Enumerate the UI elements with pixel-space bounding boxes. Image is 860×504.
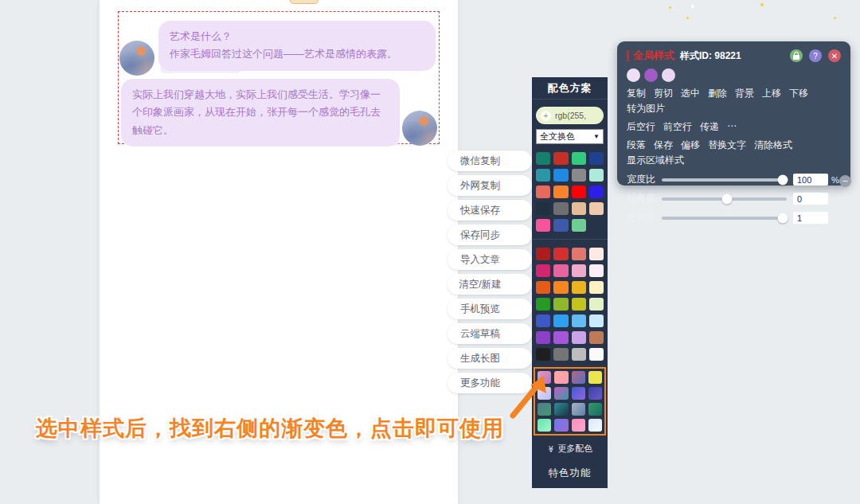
color-swatch[interactable] xyxy=(589,315,604,327)
color-swatch[interactable] xyxy=(536,169,550,182)
toolbar-action-button[interactable]: ⋯ xyxy=(727,120,737,134)
color-swatch[interactable] xyxy=(536,202,550,215)
color-swatch[interactable] xyxy=(553,186,568,198)
color-swatch[interactable] xyxy=(536,281,550,294)
close-icon[interactable]: ✕ xyxy=(828,49,841,62)
toolbar-action-button[interactable]: 转为图片 xyxy=(627,102,665,115)
color-swatch[interactable] xyxy=(536,264,550,277)
color-swatch[interactable] xyxy=(588,371,602,384)
toolbar-action-button[interactable]: 删除 xyxy=(708,87,727,100)
color-swatch[interactable] xyxy=(589,348,604,361)
gradient-swatch[interactable] xyxy=(572,403,585,416)
color-swatch[interactable] xyxy=(553,219,568,232)
gradient-swatch[interactable] xyxy=(572,371,585,384)
add-color-icon[interactable]: + xyxy=(541,111,551,121)
color-swatch[interactable] xyxy=(589,248,604,260)
color-swatch[interactable] xyxy=(572,169,586,182)
color-swatch[interactable] xyxy=(589,298,604,311)
color-swatch[interactable] xyxy=(589,202,604,215)
slider-thumb[interactable] xyxy=(721,193,732,204)
toolbar-action-button[interactable]: 偏移 xyxy=(681,139,700,152)
side-menu-button[interactable]: 外网复制 xyxy=(448,175,532,196)
side-menu-button[interactable]: 导入文章 xyxy=(448,249,532,270)
color-swatch[interactable] xyxy=(553,281,568,294)
help-icon[interactable]: ? xyxy=(809,49,822,62)
color-swatch[interactable] xyxy=(553,315,568,327)
gradient-swatch[interactable] xyxy=(538,419,551,432)
more-colors-button[interactable]: ≫ 更多配色 xyxy=(532,443,608,455)
toolbar-action-button[interactable]: 剪切 xyxy=(654,87,673,100)
color-swatch[interactable] xyxy=(536,186,550,198)
color-swatch[interactable] xyxy=(572,315,586,327)
chat-bubble-question[interactable]: 艺术是什么？ 作家毛姆回答过这个问题——艺术是感情的表露。 xyxy=(158,21,436,71)
color-swatch[interactable] xyxy=(536,219,550,232)
color-swatch[interactable] xyxy=(536,348,550,361)
gradient-swatch[interactable] xyxy=(554,387,568,400)
side-menu-button[interactable]: 云端草稿 xyxy=(448,323,532,344)
gradient-swatch[interactable] xyxy=(572,419,585,432)
color-swatch[interactable] xyxy=(553,248,568,260)
width-ratio-slider[interactable] xyxy=(662,178,787,182)
color-swatch[interactable] xyxy=(553,298,568,311)
toolbar-action-button[interactable]: 传递 xyxy=(700,120,719,134)
color-swatch[interactable] xyxy=(572,186,586,198)
color-swatch[interactable] xyxy=(589,186,604,198)
color-swatch[interactable] xyxy=(572,219,586,232)
color-swatch[interactable] xyxy=(536,248,550,260)
color-swatch[interactable] xyxy=(553,331,568,344)
toolbar-action-button[interactable]: 保存 xyxy=(654,139,673,152)
color-swatch[interactable] xyxy=(572,202,586,215)
gradient-swatch[interactable] xyxy=(588,403,602,416)
color-swatch[interactable] xyxy=(572,248,586,260)
color-swatch[interactable] xyxy=(589,331,604,344)
color-swatch[interactable] xyxy=(589,169,604,182)
width-ratio-input[interactable] xyxy=(793,174,828,186)
color-swatch[interactable] xyxy=(572,264,586,277)
gradient-swatch[interactable] xyxy=(554,419,568,432)
side-menu-button[interactable]: 微信复制 xyxy=(448,150,532,171)
side-menu-button[interactable]: 生成长图 xyxy=(448,348,532,369)
color-swatch[interactable] xyxy=(553,348,568,361)
side-menu-button[interactable]: 保存同步 xyxy=(448,225,532,245)
selected-style-block[interactable]: 艺术是什么？ 作家毛姆回答过这个问题——艺术是感情的表露。 实际上我们穿越大地，… xyxy=(118,11,440,144)
color-swatch[interactable] xyxy=(553,202,568,215)
color-swatch[interactable] xyxy=(553,264,568,277)
color-swatch[interactable] xyxy=(572,298,586,311)
gradient-swatch[interactable] xyxy=(588,419,602,432)
opacity-slider[interactable] xyxy=(662,217,787,220)
slider-thumb[interactable] xyxy=(778,174,788,185)
color-swatch[interactable] xyxy=(536,298,550,311)
color-swatch[interactable] xyxy=(572,152,586,165)
gradient-swatch[interactable] xyxy=(554,371,568,384)
lock-icon[interactable] xyxy=(790,49,803,62)
color-swatch[interactable] xyxy=(536,315,550,327)
gradient-swatch[interactable] xyxy=(572,387,585,400)
opacity-input[interactable] xyxy=(793,212,828,224)
toolbar-action-button[interactable]: 显示区域样式 xyxy=(627,154,684,167)
color-swatch[interactable] xyxy=(536,331,550,344)
side-menu-button[interactable]: 清空/新建 xyxy=(448,274,532,295)
style-color-dot[interactable] xyxy=(644,68,658,82)
chat-bubble-answer[interactable]: 实际上我们穿越大地，实际上我们感受生活。学习像一个印象派画家，从现在开始，张开每… xyxy=(121,79,400,147)
rotation-slider[interactable] xyxy=(662,197,787,201)
toolbar-action-button[interactable]: 下移 xyxy=(789,87,808,100)
recolor-mode-select[interactable]: 全文换色 ▼ xyxy=(536,129,604,144)
style-color-dot[interactable] xyxy=(627,68,640,82)
side-menu-button[interactable]: 手机预览 xyxy=(448,299,532,319)
minimize-icon[interactable]: – xyxy=(839,175,851,187)
gradient-swatch[interactable] xyxy=(554,403,568,416)
toolbar-action-button[interactable]: 清除格式 xyxy=(754,139,792,152)
color-swatch[interactable] xyxy=(553,169,568,182)
color-swatch[interactable] xyxy=(589,264,604,277)
toolbar-action-button[interactable]: 段落 xyxy=(627,139,646,152)
toolbar-action-button[interactable]: 前空行 xyxy=(663,120,692,134)
color-swatch[interactable] xyxy=(572,281,586,294)
color-swatch[interactable] xyxy=(589,281,604,294)
toolbar-action-button[interactable]: 后空行 xyxy=(627,120,655,134)
toolbar-action-button[interactable]: 复制 xyxy=(627,87,646,100)
toolbar-action-button[interactable]: 选中 xyxy=(681,87,700,100)
color-swatch[interactable] xyxy=(572,348,586,361)
slider-thumb[interactable] xyxy=(778,213,788,223)
color-swatch[interactable] xyxy=(589,152,604,165)
toolbar-action-button[interactable]: 替换文字 xyxy=(708,139,746,152)
